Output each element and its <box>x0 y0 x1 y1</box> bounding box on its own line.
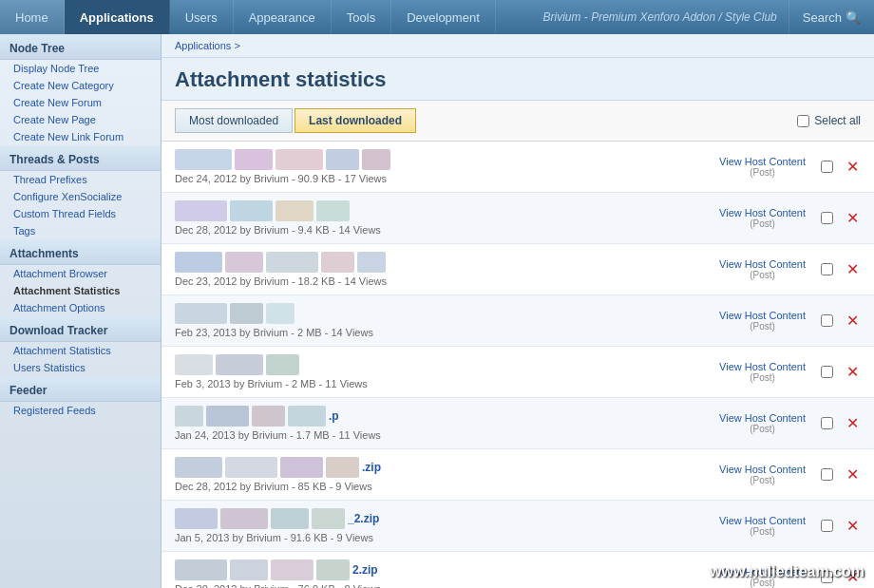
sidebar-link-attachment-options[interactable]: Attachment Options <box>0 299 161 316</box>
toolbar: Most downloaded Last downloaded Select a… <box>162 101 874 142</box>
view-host-label: View Host Content <box>719 412 806 424</box>
table-row: Dec 24, 2012 by Brivium - 90.9 KB - 17 V… <box>162 142 874 193</box>
sidebar-link-create-new-page[interactable]: Create New Page <box>0 111 161 128</box>
table-row: .zipDec 28, 2012 by Brivium - 85 KB - 9 … <box>162 449 874 501</box>
select-all-checkbox[interactable] <box>797 115 809 127</box>
nav-applications[interactable]: Applications <box>65 0 170 34</box>
view-host-sub: (Post) <box>719 526 806 537</box>
thumb-block <box>175 252 222 273</box>
thumb-block <box>266 252 318 273</box>
thumb-block <box>326 457 359 478</box>
attachment-meta: Jan 24, 2013 by Brivium - 1.7 MB - 11 Vi… <box>175 429 715 441</box>
delete-button[interactable]: ✕ <box>845 414 861 432</box>
sidebar-link-create-new-category[interactable]: Create New Category <box>0 77 161 94</box>
sidebar-link-thread-prefixes[interactable]: Thread Prefixes <box>0 171 161 188</box>
thumb-block <box>175 560 227 580</box>
view-host-button[interactable]: View Host Content(Post) <box>715 154 809 180</box>
view-host-label: View Host Content <box>719 566 806 578</box>
attachment-meta: Dec 23, 2012 by Brivium - 18.2 KB - 14 V… <box>175 275 715 287</box>
attachment-link[interactable]: _2.zip <box>348 512 379 525</box>
sidebar-link-create-new-link-forum[interactable]: Create New Link Forum <box>0 128 161 145</box>
attachment-link[interactable]: .p <box>329 409 339 423</box>
view-host-button[interactable]: View Host Content(Post) <box>715 308 809 333</box>
attachment-action: View Host Content(Post)✕ <box>715 308 861 333</box>
view-host-label: View Host Content <box>719 156 806 167</box>
sidebar-link-attachment-statistics[interactable]: Attachment Statistics <box>0 342 161 359</box>
tab-most-downloaded[interactable]: Most downloaded <box>175 108 293 133</box>
delete-button[interactable]: ✕ <box>845 517 861 535</box>
row-checkbox[interactable] <box>821 263 833 275</box>
thumb-block <box>321 252 354 273</box>
delete-button[interactable]: ✕ <box>845 158 861 176</box>
thumb-block <box>316 200 350 221</box>
breadcrumb-applications[interactable]: Applications <box>175 40 231 51</box>
search-icon: 🔍 <box>846 10 861 25</box>
attachment-action: View Host Content(Post)✕ <box>715 154 861 180</box>
row-checkbox[interactable] <box>821 161 833 173</box>
main-content: Applications > Attachment statistics Mos… <box>162 34 874 588</box>
attachment-meta: Jan 5, 2013 by Brivium - 91.6 KB - 9 Vie… <box>175 532 715 543</box>
sidebar-section-download-tracker: Download Tracker <box>0 316 161 342</box>
attachment-action: View Host Content(Post)✕ <box>715 205 861 231</box>
nav-tools[interactable]: Tools <box>332 0 391 34</box>
sidebar-link-tags[interactable]: Tags <box>0 222 161 239</box>
view-host-button[interactable]: View Host Content(Post) <box>715 410 809 436</box>
sidebar-link-configure-xensocialize[interactable]: Configure XenSocialize <box>0 188 161 205</box>
delete-button[interactable]: ✕ <box>845 568 861 586</box>
view-host-button[interactable]: View Host Content(Post) <box>715 256 809 282</box>
thumb-block <box>316 560 350 580</box>
view-host-button[interactable]: View Host Content(Post) <box>715 359 809 385</box>
sidebar-link-create-new-forum[interactable]: Create New Forum <box>0 94 161 111</box>
page-title: Attachment statistics <box>162 58 874 101</box>
view-host-button[interactable]: View Host Content(Post) <box>715 513 809 539</box>
thumb-block <box>230 560 268 580</box>
sidebar-link-users-statistics[interactable]: Users Statistics <box>0 359 161 376</box>
view-host-button[interactable]: View Host Content(Post) <box>715 205 809 231</box>
view-host-label: View Host Content <box>719 361 806 372</box>
sidebar-link-registered-feeds[interactable]: Registered Feeds <box>0 402 161 419</box>
nav-development[interactable]: Development <box>391 0 496 34</box>
attachment-meta: Dec 24, 2012 by Brivium - 90.9 KB - 17 V… <box>175 173 715 184</box>
view-host-label: View Host Content <box>719 207 806 218</box>
nav-search[interactable]: Search 🔍 <box>788 0 874 34</box>
attachment-meta: Dec 28, 2012 by Brivium - 9.4 KB - 14 Vi… <box>175 224 715 236</box>
row-checkbox[interactable] <box>821 571 833 583</box>
thumb-block <box>280 457 323 478</box>
nav-home[interactable]: Home <box>0 0 65 34</box>
thumb-block <box>225 457 277 478</box>
thumb-block <box>312 508 345 529</box>
attachment-info: .pJan 24, 2013 by Brivium - 1.7 MB - 11 … <box>175 406 715 441</box>
sidebar-section-attachments: Attachments <box>0 239 161 265</box>
attachment-action: View Host Content(Post)✕ <box>715 256 861 282</box>
attachment-action: View Host Content(Post)✕ <box>715 564 861 588</box>
row-checkbox[interactable] <box>821 520 833 532</box>
row-checkbox[interactable] <box>821 468 833 481</box>
delete-button[interactable]: ✕ <box>845 209 861 227</box>
attachment-link[interactable]: .zip <box>362 461 381 474</box>
delete-button[interactable]: ✕ <box>845 363 861 381</box>
nav-appearance[interactable]: Appearance <box>234 0 332 34</box>
view-host-button[interactable]: View Host Content(Post) <box>715 564 809 588</box>
select-all-label: Select all <box>814 114 861 127</box>
row-checkbox[interactable] <box>821 366 833 378</box>
row-checkbox[interactable] <box>821 212 833 224</box>
nav-users[interactable]: Users <box>170 0 234 34</box>
delete-button[interactable]: ✕ <box>845 260 861 278</box>
view-host-button[interactable]: View Host Content(Post) <box>715 462 809 487</box>
attachment-action: View Host Content(Post)✕ <box>715 462 861 487</box>
row-checkbox[interactable] <box>821 417 833 429</box>
sidebar-link-custom-thread-fields[interactable]: Custom Thread Fields <box>0 205 161 222</box>
delete-button[interactable]: ✕ <box>845 465 861 484</box>
sidebar-link-attachment-statistics[interactable]: Attachment Statistics <box>0 282 161 299</box>
sidebar-link-attachment-browser[interactable]: Attachment Browser <box>0 265 161 282</box>
delete-button[interactable]: ✕ <box>845 312 861 330</box>
thumb-block <box>206 406 249 427</box>
breadcrumb-separator: > <box>234 40 239 51</box>
attachment-link[interactable]: 2.zip <box>352 563 378 577</box>
view-host-sub: (Post) <box>719 578 806 588</box>
breadcrumb: Applications > <box>162 34 874 58</box>
top-navigation: Home Applications Users Appearance Tools… <box>0 0 874 34</box>
tab-last-downloaded[interactable]: Last downloaded <box>294 108 416 133</box>
row-checkbox[interactable] <box>821 314 833 327</box>
sidebar-link-display-node-tree[interactable]: Display Node Tree <box>0 60 161 77</box>
